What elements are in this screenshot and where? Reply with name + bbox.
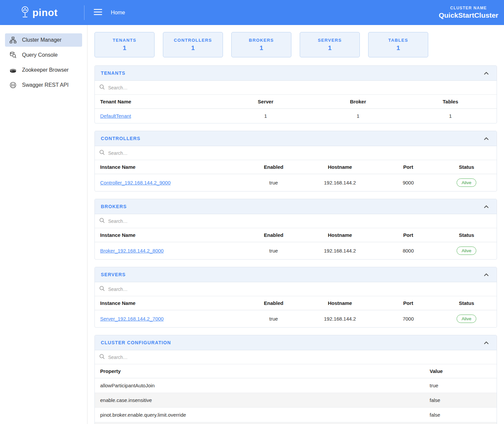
servers-table: Instance Name Enabled Hostname Port Stat… (95, 296, 497, 327)
search-icon (99, 218, 105, 225)
search-icon (99, 286, 105, 293)
stat-card-servers[interactable]: SERVERS 1 (300, 32, 360, 57)
table-row: allowParticipantAutoJoin true (95, 378, 497, 393)
controllers-table: Instance Name Enabled Hostname Port Stat… (95, 160, 497, 191)
collapse-chevron-icon[interactable] (482, 204, 491, 209)
servers-search-input[interactable] (108, 287, 492, 292)
column-header[interactable]: Tenant Name (95, 95, 219, 109)
tenants-panel: TENANTS Tenant Name Server Broker Tab (94, 65, 497, 123)
collapse-chevron-icon[interactable] (482, 273, 491, 277)
column-header[interactable]: Port (380, 296, 437, 310)
cluster-manager-icon (9, 36, 17, 44)
panel-title: SERVERS (101, 272, 125, 277)
tenant-broker-count: 1 (312, 109, 404, 123)
column-header[interactable]: Enabled (248, 160, 300, 174)
cluster-config-panel-header[interactable]: CLUSTER CONFIGURATION (95, 335, 497, 350)
menu-toggle-button[interactable] (92, 7, 103, 18)
column-header[interactable]: Hostname (300, 160, 380, 174)
column-header[interactable]: Instance Name (95, 296, 248, 310)
servers-panel: SERVERS Instance Name Enabled Hostname (94, 267, 497, 328)
sidebar-item-label: Swagger REST API (22, 82, 68, 88)
controllers-panel: CONTROLLERS Instance Name Enabled Hostna… (94, 131, 497, 191)
nav-home-link[interactable]: Home (111, 10, 125, 16)
table-header-row: Tenant Name Server Broker Tables (95, 95, 497, 109)
stat-card-label: BROKERS (249, 38, 274, 43)
collapse-chevron-icon[interactable] (482, 341, 491, 345)
sidebar: Cluster Manager Query Console (0, 25, 87, 424)
server-port: 7000 (380, 310, 437, 328)
stat-card-controllers[interactable]: CONTROLLERS 1 (163, 32, 223, 57)
topbar-divider (84, 5, 84, 20)
column-header[interactable]: Server (219, 95, 312, 109)
server-enabled: true (248, 310, 300, 328)
stat-card-brokers[interactable]: BROKERS 1 (231, 32, 291, 57)
controllers-search-input[interactable] (108, 150, 492, 156)
stat-card-value: 1 (328, 44, 332, 52)
sidebar-item-swagger-rest-api[interactable]: Swagger REST API (5, 78, 82, 92)
swagger-icon (9, 81, 17, 89)
sidebar-item-label: Zookeeper Browser (22, 67, 69, 73)
stat-card-tables[interactable]: TABLES 1 (368, 32, 428, 57)
table-row: Broker_192.168.144.2_8000 true 192.168.1… (95, 242, 497, 260)
sidebar-item-zookeeper-browser[interactable]: Zookeeper Browser (5, 63, 82, 77)
table-row: enable.case.insensitive false (95, 393, 497, 408)
stat-card-value: 1 (397, 44, 400, 52)
controller-instance-link[interactable]: Controller_192.168.144.2_9000 (100, 180, 171, 185)
config-value: 8 (424, 422, 497, 424)
column-header[interactable]: Value (424, 364, 497, 378)
sidebar-item-cluster-manager[interactable]: Cluster Manager (5, 33, 82, 47)
column-header[interactable]: Status (436, 160, 497, 174)
config-value: true (424, 378, 497, 393)
column-header[interactable]: Status (436, 296, 497, 310)
controllers-panel-header[interactable]: CONTROLLERS (95, 131, 497, 146)
column-header[interactable]: Tables (404, 95, 497, 109)
table-header-row: Property Value (95, 364, 497, 378)
sidebar-item-query-console[interactable]: Query Console (5, 48, 82, 62)
servers-search-row (95, 282, 497, 296)
collapse-chevron-icon[interactable] (482, 136, 491, 141)
config-property: enable.case.insensitive (95, 393, 424, 408)
controllers-search-row (95, 146, 497, 160)
stat-card-value: 1 (123, 44, 127, 52)
tenant-link[interactable]: DefaultTenant (100, 113, 131, 119)
column-header[interactable]: Enabled (248, 228, 300, 242)
column-header[interactable]: Property (95, 364, 424, 378)
column-header[interactable]: Port (380, 160, 437, 174)
pinot-logo[interactable]: pinot (0, 6, 84, 19)
column-header[interactable]: Instance Name (95, 228, 248, 242)
column-header[interactable]: Broker (312, 95, 404, 109)
cluster-name-label: CLUSTER NAME (439, 6, 498, 10)
panel-title: BROKERS (101, 204, 127, 209)
column-header[interactable]: Instance Name (95, 160, 248, 174)
top-bar: pinot Home CLUSTER NAME QuickStartCluste… (0, 0, 504, 25)
column-header[interactable]: Port (380, 228, 437, 242)
tenants-panel-header[interactable]: TENANTS (95, 66, 497, 81)
pinot-logo-icon (21, 6, 29, 19)
brokers-search-input[interactable] (108, 219, 492, 224)
column-header[interactable]: Status (436, 228, 497, 242)
broker-enabled: true (248, 242, 300, 260)
tenants-search-input[interactable] (108, 85, 492, 90)
controller-enabled: true (248, 174, 300, 191)
logo-text: pinot (32, 7, 58, 18)
server-hostname: 192.168.144.2 (300, 310, 380, 328)
brokers-panel-header[interactable]: BROKERS (95, 199, 497, 214)
column-header[interactable]: Hostname (300, 228, 380, 242)
stat-card-label: TABLES (388, 38, 408, 43)
stat-card-tenants[interactable]: TENANTS 1 (94, 32, 155, 57)
brokers-search-row (95, 214, 497, 228)
broker-instance-link[interactable]: Broker_192.168.144.2_8000 (100, 248, 164, 254)
servers-panel-header[interactable]: SERVERS (95, 267, 497, 282)
cluster-config-search-input[interactable] (108, 355, 492, 360)
collapse-chevron-icon[interactable] (482, 71, 491, 75)
stat-card-row: TENANTS 1 CONTROLLERS 1 BROKERS 1 SERVER… (94, 32, 497, 57)
column-header[interactable]: Hostname (300, 296, 380, 310)
server-instance-link[interactable]: Server_192.168.144.2_7000 (100, 316, 164, 322)
cluster-config-table: Property Value allowParticipantAutoJoin … (95, 364, 497, 424)
config-value: false (424, 408, 497, 422)
status-badge: Alive (457, 315, 476, 323)
stat-card-label: TENANTS (112, 38, 136, 43)
search-icon (99, 354, 105, 361)
table-row: Controller_192.168.144.2_9000 true 192.1… (95, 174, 497, 191)
column-header[interactable]: Enabled (248, 296, 300, 310)
